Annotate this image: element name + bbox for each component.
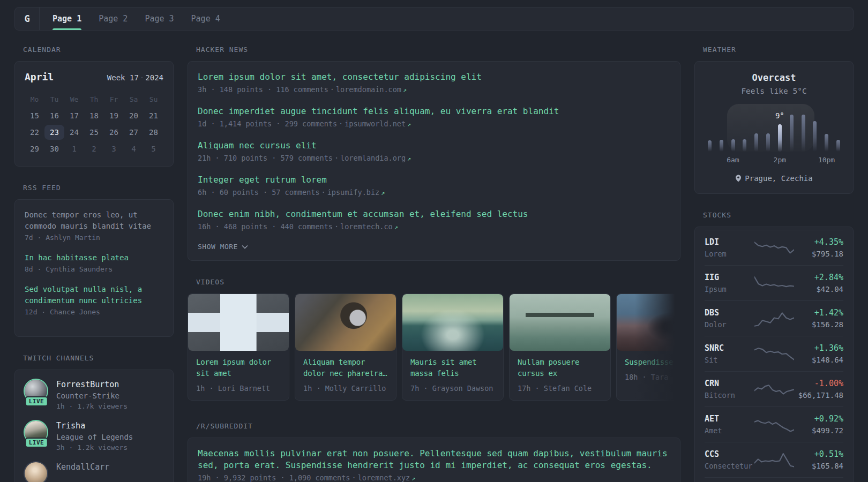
page-tab-label: Page 3: [145, 14, 174, 24]
video-card[interactable]: Lorem ipsum dolor sit amet consectetu… 1…: [188, 293, 289, 401]
twitch-channel-name[interactable]: Trisha: [56, 421, 133, 431]
weather-hour-bar: [790, 111, 794, 152]
subreddit-post: Maecenas mollis pulvinar erat non posuer…: [198, 448, 670, 482]
separator-dot: ·: [321, 188, 326, 197]
page-tab[interactable]: Page 3: [145, 7, 174, 30]
twitch-channel-row[interactable]: LIVE KendallCarr: [25, 462, 163, 482]
separator-dot: ·: [339, 119, 343, 128]
video-meta: 17h · Stefan Cole: [518, 384, 602, 393]
stock-row[interactable]: AHS +0.46%: [705, 477, 843, 482]
weather-hourly-chart: 9°: [708, 111, 840, 152]
stock-row[interactable]: IIG Ipsum +2.84% $42.04: [705, 265, 843, 300]
video-card[interactable]: Nullam posuere cursus ex 17h · Stefan Co…: [509, 293, 611, 401]
stock-change-percent: +0.92%: [794, 414, 844, 424]
twitch-channel-name[interactable]: ForrestBurton: [56, 380, 128, 389]
video-thumbnail[interactable]: [188, 294, 289, 351]
twitch-avatar-wrap[interactable]: LIVE: [25, 462, 48, 482]
hackernews-item-meta: 3h · 148 points · 116 comments·loremdoma…: [198, 85, 670, 94]
rss-item-title[interactable]: Sed volutpat nulla nisl, a condimentum n…: [25, 284, 163, 306]
stock-id: CCS Consectetur: [705, 449, 754, 470]
rss-card: Donec tempor eros leo, ut commodo mauris…: [14, 199, 174, 337]
twitch-avatar-wrap[interactable]: LIVE: [25, 380, 48, 402]
stock-row[interactable]: SNRC Sit +1.36% $148.64: [705, 336, 843, 371]
stock-sparkline: [754, 380, 794, 399]
top-navigation-bar: G Page 1 Page 2 Page 3 Page 4: [14, 7, 854, 31]
video-title[interactable]: Aliquam tempor dolor nec pharetra…: [303, 357, 388, 379]
video-title[interactable]: Suspendisse diam: [625, 357, 680, 368]
stock-change-percent: +1.42%: [794, 308, 844, 318]
weather-bar: [802, 115, 805, 152]
source-domain-link[interactable]: ipsumify.biz: [327, 188, 380, 197]
source-domain-link[interactable]: loremtech.co: [340, 222, 393, 231]
video-thumbnail[interactable]: [510, 294, 610, 351]
meta-text: 19h · 9,932 points · 1,090 comments: [198, 473, 350, 482]
stock-row[interactable]: AET Amet +0.92% $499.72: [705, 406, 843, 442]
meta-text: 6h · 60 points · 57 comments: [198, 188, 320, 197]
video-card[interactable]: Suspendisse diam 18h · Tara: [616, 293, 680, 401]
app-logo[interactable]: G: [15, 7, 40, 30]
videos-carousel: Lorem ipsum dolor sit amet consectetu… 1…: [188, 293, 680, 401]
stock-values: -1.00% $66,171.48: [794, 379, 844, 400]
weather-bar: [754, 133, 758, 152]
stock-sparkline: [754, 309, 794, 328]
weather-hour-bar: [708, 111, 712, 152]
twitch-channel-row[interactable]: LIVE Trisha League of Legends 3h · 1.2k …: [25, 421, 163, 451]
weather-bar: [836, 140, 840, 152]
page-tab-label: Page 2: [99, 14, 128, 24]
stock-id: CRN Bitcorn: [705, 379, 754, 400]
video-thumbnail[interactable]: [402, 294, 503, 351]
video-card-body: Suspendisse diam 18h · Tara: [617, 351, 680, 389]
calendar-weekday-label: Tu: [44, 93, 64, 106]
source-domain-link[interactable]: loremlandia.org: [340, 154, 406, 162]
video-card[interactable]: Mauris sit amet massa felis 7h · Grayson…: [402, 293, 504, 401]
calendar-week-year: Week 17·2024: [107, 73, 163, 82]
stock-change-percent: +4.35%: [794, 237, 844, 247]
hackernews-show-more-button[interactable]: SHOW MORE: [198, 243, 670, 251]
hackernews-item: Donec enim nibh, condimentum et accumsan…: [198, 208, 670, 231]
hackernews-item-meta: 1d · 1,414 points · 299 comments·ipsumwo…: [198, 119, 670, 128]
rss-item: Donec tempor eros leo, ut commodo mauris…: [25, 209, 163, 242]
weather-hour-bar: [836, 111, 840, 152]
source-domain-link[interactable]: ipsumworld.net: [345, 119, 406, 128]
twitch-channel-row[interactable]: LIVE ForrestBurton Counter-Strike 1h · 1…: [25, 380, 163, 410]
video-card[interactable]: Aliquam tempor dolor nec pharetra… 1h · …: [295, 293, 396, 401]
stock-row[interactable]: LDI Lorem +4.35% $795.18: [705, 230, 843, 265]
stock-row[interactable]: CRN Bitcorn -1.00% $66,171.48: [705, 371, 843, 406]
video-card-body: Lorem ipsum dolor sit amet consectetu… 1…: [188, 351, 289, 400]
hackernews-item-title[interactable]: Aliquam nec cursus elit: [198, 140, 670, 152]
calendar-day: 22: [25, 125, 44, 140]
meta-text: 16h · 468 points · 440 comments: [198, 222, 333, 231]
video-thumbnail[interactable]: [295, 294, 396, 351]
calendar-month: April: [25, 71, 54, 82]
video-title[interactable]: Nullam posuere cursus ex: [518, 357, 602, 379]
stocks-card: LDI Lorem +4.35% $795.18 IIG Ipsum: [694, 227, 854, 482]
calendar-day: 28: [144, 125, 163, 140]
video-meta: 1h · Lori Barnett: [196, 384, 281, 393]
rss-item-title[interactable]: In hac habitasse platea: [25, 252, 163, 263]
source-domain-link[interactable]: loremnet.xyz: [358, 473, 410, 482]
separator-dot: ·: [351, 473, 356, 482]
hackernews-item-title[interactable]: Lorem ipsum dolor sit amet, consectetur …: [198, 71, 670, 83]
hackernews-item-title[interactable]: Donec imperdiet augue tincidunt felis al…: [198, 106, 670, 117]
show-more-label: SHOW MORE: [198, 243, 238, 251]
weather-condition: Overcast: [705, 72, 843, 83]
video-meta: 7h · Grayson Dawson: [410, 384, 495, 393]
subreddit-post-title[interactable]: Maecenas mollis pulvinar erat non posuer…: [198, 448, 670, 471]
stock-row[interactable]: CCS Consectetur +0.51% $165.84: [705, 442, 843, 477]
stock-row[interactable]: DBS Dolor +1.42% $156.28: [705, 300, 843, 336]
video-card-body: Nullam posuere cursus ex 17h · Stefan Co…: [510, 351, 610, 400]
source-domain-link[interactable]: loremdomain.com: [336, 85, 401, 94]
calendar-day: 5: [144, 141, 163, 156]
page-tab[interactable]: Page 4: [191, 7, 220, 30]
video-title[interactable]: Mauris sit amet massa felis: [410, 357, 495, 379]
twitch-channel-name[interactable]: KendallCarr: [56, 462, 109, 472]
video-thumbnail[interactable]: [617, 294, 680, 351]
hackernews-item-title[interactable]: Integer eget rutrum lorem: [198, 174, 670, 186]
right-column: WEATHER Overcast Feels like 5°C: [694, 46, 854, 482]
page-tab[interactable]: Page 1: [53, 7, 81, 30]
rss-item-title[interactable]: Donec tempor eros leo, ut commodo mauris…: [25, 209, 163, 232]
page-tab[interactable]: Page 2: [99, 7, 128, 30]
video-title[interactable]: Lorem ipsum dolor sit amet consectetu…: [196, 357, 281, 379]
hackernews-item-title[interactable]: Donec enim nibh, condimentum et accumsan…: [198, 208, 670, 220]
twitch-avatar-wrap[interactable]: LIVE: [25, 421, 48, 443]
